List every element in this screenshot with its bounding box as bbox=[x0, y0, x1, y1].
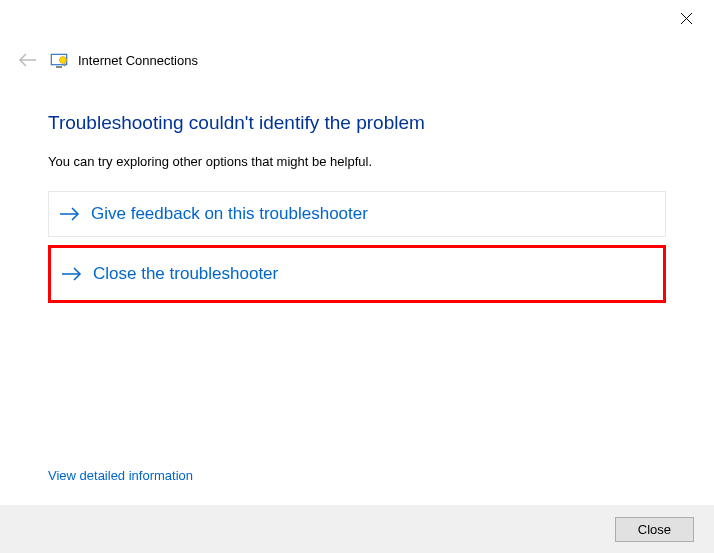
view-detailed-link[interactable]: View detailed information bbox=[48, 468, 193, 483]
titlebar bbox=[0, 0, 714, 40]
arrow-right-icon bbox=[61, 265, 83, 283]
troubleshooter-icon bbox=[50, 51, 68, 69]
back-button[interactable] bbox=[16, 48, 40, 72]
option-label: Give feedback on this troubleshooter bbox=[91, 204, 368, 224]
window-close-button[interactable] bbox=[676, 8, 696, 28]
content-area: Troubleshooting couldn't identify the pr… bbox=[0, 72, 714, 303]
option-close-troubleshooter[interactable]: Close the troubleshooter bbox=[48, 245, 666, 303]
close-button[interactable]: Close bbox=[615, 517, 694, 542]
svg-point-6 bbox=[60, 57, 67, 64]
arrow-right-icon bbox=[59, 205, 81, 223]
option-label: Close the troubleshooter bbox=[93, 264, 278, 284]
result-subtext: You can try exploring other options that… bbox=[48, 154, 666, 169]
back-arrow-icon bbox=[18, 53, 38, 67]
header-row: Internet Connections bbox=[0, 40, 714, 72]
option-give-feedback[interactable]: Give feedback on this troubleshooter bbox=[48, 191, 666, 237]
svg-rect-5 bbox=[56, 66, 62, 68]
footer-bar: Close bbox=[0, 505, 714, 553]
window-title: Internet Connections bbox=[78, 53, 198, 68]
result-heading: Troubleshooting couldn't identify the pr… bbox=[48, 112, 666, 134]
close-icon bbox=[680, 12, 693, 25]
